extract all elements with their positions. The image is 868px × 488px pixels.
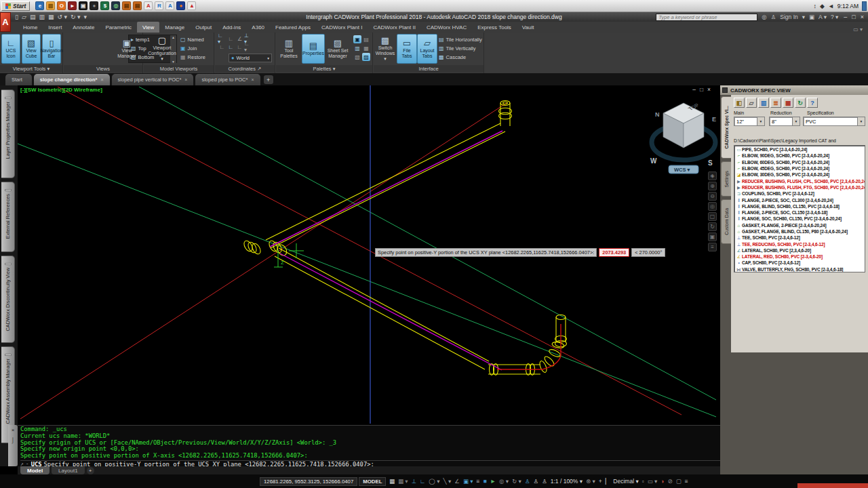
spec-item-lateral[interactable]: ∠ LATERAL, SCH80, PVC [2,3,4,6-20]	[734, 247, 865, 253]
snap-mode-icon[interactable]: ▦ ▾	[396, 476, 410, 487]
file-tab-sloped-pipe-vertical[interactable]: sloped pipe vertical to POC* ×	[112, 74, 194, 85]
spec-item-elbow-30[interactable]: ◪ ELBOW, 30DEG, SCH80, PVC [2-3,4,6-20,2…	[734, 171, 865, 178]
dynamic-input-icon[interactable]: ∟	[418, 476, 427, 487]
annotation-scale-people-icon[interactable]: ♙	[540, 476, 549, 487]
spec-item-flange-blind[interactable]: ‖ FLANGE, BLIND, SCH80, CL150, PVC [2-3,…	[734, 203, 865, 209]
spec-item-reducer-ftg[interactable]: ▶ REDUCER, BUSHING, FLUSH, FTG, SCH80, P…	[734, 184, 865, 190]
properties-button[interactable]: ▤ Properties	[302, 34, 325, 64]
close-icon[interactable]: ×	[12, 427, 15, 433]
model-tab[interactable]: Model	[20, 466, 50, 474]
show-desktop-button[interactable]	[862, 1, 867, 11]
spec-item-tee-reducing[interactable]: ⊥ TEE, REDUCING, SCH80, PVC [2-3,4,6-12]	[734, 241, 865, 247]
ucs-previous-button[interactable]: ∟	[226, 35, 235, 43]
blocks-palette-icon[interactable]: ▣	[353, 35, 361, 43]
cad-folder-icon[interactable]: ▤	[122, 1, 131, 10]
navigation-bar-button[interactable]: ▯ Navigation Bar	[42, 34, 61, 64]
ucs-button[interactable]: ∟ ▾	[218, 35, 226, 43]
isometric-drafting-icon[interactable]: ∠	[453, 476, 462, 487]
tab-a360[interactable]: A360	[246, 22, 270, 33]
steering-wheel-icon[interactable]: ▢	[708, 212, 717, 221]
terminal-icon[interactable]: ▣	[79, 1, 87, 10]
signin-caret-icon[interactable]: ▾	[802, 14, 805, 20]
acrobat-icon[interactable]: ▲	[187, 1, 196, 10]
minimize-icon[interactable]: –	[692, 86, 696, 93]
wrench-icon[interactable]: ⌡	[12, 437, 15, 443]
tab-manage[interactable]: Manage	[159, 22, 190, 33]
spec-edit-icon[interactable]: ◧	[734, 98, 745, 108]
spec-item-flange-soc-cl300[interactable]: ‖ FLANGE, 2-PIECE, SOC, CL300 [2-3,4,6-2…	[734, 197, 865, 203]
settings-tab[interactable]: Settings	[721, 161, 731, 197]
tab-cadworx-plant-2[interactable]: CADWorx Plant II	[368, 22, 421, 33]
clock[interactable]: 9:12 AM	[837, 3, 859, 9]
spec-catalog-icon[interactable]: ▦	[783, 98, 793, 108]
spec-monitor-icon[interactable]: ▥	[758, 98, 769, 108]
ribbon-minimize-icon[interactable]: ▭ ▾	[853, 26, 868, 33]
revit-icon[interactable]: R	[155, 1, 163, 10]
pipe-upper-run[interactable]	[242, 101, 511, 258]
panel-label[interactable]: Views	[64, 65, 142, 73]
lineweight-display-icon[interactable]: ≡	[475, 476, 481, 487]
panel-label[interactable]: Interface	[374, 65, 484, 73]
ucs-dropdown[interactable]: ● World ▾	[229, 54, 272, 62]
tool-palettes-button[interactable]: ▥ Tool Palettes	[277, 34, 300, 64]
spec-item-reducer-cpl[interactable]: ▶ REDUCER, BUSHING, FLUSH, CPL, SCH80, P…	[734, 178, 865, 184]
view-icon[interactable]: ▣	[708, 232, 717, 241]
cadworx-spec-view-tab[interactable]: CADWorx Spec Vi...	[721, 96, 731, 159]
restore-icon[interactable]: □	[700, 86, 703, 93]
media-player-icon[interactable]: ▸	[68, 1, 77, 10]
close-icon[interactable]: ×	[859, 14, 865, 20]
ucs-icon-button[interactable]: ∟ UCS Icon	[1, 34, 20, 64]
autocad-icon[interactable]: A	[144, 1, 153, 10]
qat-open-icon[interactable]: ▱	[22, 14, 26, 20]
file-tab-sloped-pipe[interactable]: sloped pipe to POC* ×	[195, 74, 260, 85]
spec-item-flange-soc-cl150[interactable]: ‖ FLANGE, 2-PIECE, SOC, CL150 [2-3,4,6-1…	[734, 209, 865, 216]
tab-output[interactable]: Output	[190, 22, 217, 33]
annotation-monitor-icon[interactable]: +	[597, 476, 604, 487]
autocad-application-menu[interactable]: A	[0, 12, 11, 32]
spec-open-icon[interactable]: ▱	[746, 98, 757, 108]
annotation-visibility-icon[interactable]: ♙	[523, 476, 532, 487]
tab-view[interactable]: View	[137, 22, 159, 33]
coordinates-readout[interactable]: 12681.2265, 9552.3125, 152666.0407	[260, 477, 357, 486]
browser-icon[interactable]: e	[35, 1, 44, 10]
tile-vertically-button[interactable]: ▥ Tile Vertically	[439, 44, 482, 53]
spec-item-gasket-2piece[interactable]: ⌂ GASKET, FLANGE, 2-PIECE [2-3,4,6-20,24…	[734, 222, 865, 228]
image-viewer-icon[interactable]: ▧	[46, 1, 55, 10]
disc-icon[interactable]: ●	[90, 1, 98, 10]
spec-item-valve-butterfly[interactable]: ⋈ VALVE, BUTTERFLY, FNG, SCH80, PVC [2-3…	[734, 266, 865, 272]
command-line-window[interactable]: Command: _ucsCurrent ucs name: *WORLD*Sp…	[18, 425, 720, 466]
tray-updown-icon[interactable]: ↕	[813, 3, 816, 9]
reduction-size-dropdown[interactable]: 8" ▾	[769, 117, 800, 126]
chevron-down-icon[interactable]: ▾	[792, 117, 800, 125]
view-cube-button[interactable]: ▧ View Cube	[22, 34, 41, 64]
search-icon[interactable]: ◎	[762, 14, 766, 20]
restore-button[interactable]: ▦ Restore	[180, 53, 205, 62]
viewcube[interactable]: N E W S TOP LEFT FRONT WCS ▾	[650, 85, 716, 292]
drawing-canvas[interactable]: Z N E W S TOP LEFT FRONT WCS ▾ [-][SW Is…	[18, 85, 720, 424]
dynamic-ucs-icon[interactable]: ↻ ▾	[511, 476, 524, 487]
spec-list-icon[interactable]: ≣	[770, 98, 781, 108]
tab-cadworx-hvac[interactable]: CADWorx HVAC	[421, 22, 472, 33]
restore-icon[interactable]: □	[850, 14, 856, 20]
tab-express-tools[interactable]: Express Tools	[472, 22, 517, 33]
tab-add-ins[interactable]: Add-ins	[217, 22, 246, 33]
named-button[interactable]: ▢ Named	[180, 35, 205, 44]
command-macros-icon[interactable]: ▥	[353, 44, 361, 52]
spec-item-gasket-blind[interactable]: ⌂ GASKET, FLANGE, BLIND, CL150, P80 [2-3…	[734, 228, 865, 235]
autocad-lt-icon[interactable]: A	[165, 1, 174, 10]
file-tab-start[interactable]: Start	[5, 74, 32, 85]
sign-in-link[interactable]: Sign In	[780, 14, 797, 20]
office-icon[interactable]: O	[57, 1, 66, 10]
pipe-lower-run[interactable]	[275, 248, 567, 375]
qat-undo-icon[interactable]: ↺ ▾	[57, 14, 67, 20]
a360-icon[interactable]: A ▾	[818, 14, 827, 20]
units-control[interactable]: Decimal ▾	[612, 476, 640, 487]
qat-plot-icon[interactable]: ▦	[48, 14, 54, 20]
cad-folder-2-icon[interactable]: ▤	[133, 1, 142, 10]
close-icon[interactable]: ×	[184, 77, 187, 82]
tab-vault[interactable]: Vault	[517, 22, 540, 33]
viewport-controls-label[interactable]: [-][SW Isometric][2D Wireframe]	[20, 87, 102, 93]
tile-horizontally-button[interactable]: ▤ Tile Horizontally	[439, 35, 482, 44]
grid-display-icon[interactable]: ▦	[387, 476, 396, 487]
quick-properties-icon[interactable]: ▫	[640, 476, 646, 487]
